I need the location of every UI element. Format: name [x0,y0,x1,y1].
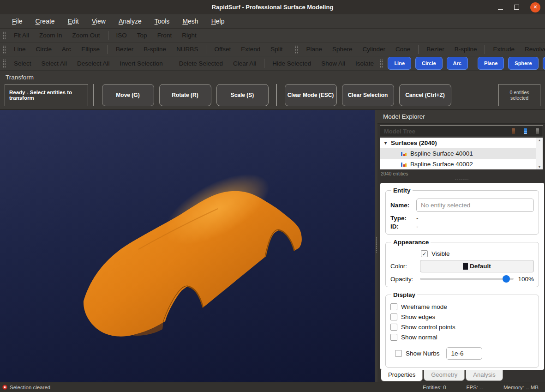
properties-page: Entity Name: Type: - ID: - Appearance ✓ [380,183,544,370]
scroll-up-icon[interactable]: ▲ [538,138,541,143]
dock-close-icon[interactable] [536,128,539,134]
color-swatch [463,263,468,270]
fit-all-button[interactable]: Fit All [9,30,34,41]
viewport-3d[interactable] [0,110,375,382]
cone-tool-button[interactable]: Cone [390,43,415,55]
scroll-down-icon[interactable]: ▼ [538,164,541,169]
panel-splitter[interactable] [375,110,377,382]
opacity-slider[interactable] [420,275,514,283]
offset-tool-button[interactable]: Offset [209,43,236,55]
quick-arc-button[interactable]: Arc [447,57,468,70]
menu-edit[interactable]: Edit [61,15,85,27]
id-value: - [416,223,419,230]
top-view-button[interactable]: Top [132,30,152,41]
menu-view[interactable]: View [85,15,112,27]
visible-checkbox[interactable]: ✓ [421,250,428,257]
sphere-tool-button[interactable]: Sphere [327,43,358,55]
show-normal-checkbox[interactable] [390,334,397,341]
chevron-down-icon[interactable]: ▾ [384,140,387,145]
toolbar-separator [108,45,108,54]
zoom-out-button[interactable]: Zoom Out [67,30,105,41]
tab-properties[interactable]: Properties [381,370,423,381]
nurbs-tool-button[interactable]: NURBS [171,43,203,55]
bezier-surface-button[interactable]: Bezier [421,43,449,55]
dock-maximize-icon[interactable] [524,128,527,134]
menu-create[interactable]: Create [29,15,61,27]
type-label: Type: [390,215,416,222]
clear-selection-button[interactable]: Clear Selection [342,84,394,106]
maximize-button[interactable] [514,3,519,12]
bezier-tool-button[interactable]: Bezier [111,43,138,55]
deselect-all-button[interactable]: Deselect All [72,58,115,69]
bspline-surface-button[interactable]: B-spline [449,43,482,55]
front-view-button[interactable]: Front [152,30,177,41]
slider-handle[interactable] [503,275,510,283]
show-control-points-checkbox[interactable] [390,324,397,331]
iso-view-button[interactable]: ISO [111,30,132,41]
nurbs-tolerance-input[interactable] [446,347,482,360]
show-edges-checkbox[interactable] [390,314,397,320]
toolbar-grip-icon[interactable] [3,59,6,68]
scale-button[interactable]: Scale (S) [216,84,269,106]
quick-cylinder-button[interactable]: Cylinder [543,57,545,70]
menu-analyze[interactable]: Analyze [112,15,148,27]
menu-mesh[interactable]: Mesh [176,15,204,27]
slider-groove [420,278,514,280]
toolbar-grip-icon[interactable] [295,45,298,54]
right-view-button[interactable]: Right [177,30,202,41]
line-tool-button[interactable]: Line [9,43,31,55]
delete-selected-button[interactable]: Delete Selected [174,58,228,69]
clear-mode-button[interactable]: Clear Mode (ESC) [285,84,337,106]
move-button[interactable]: Move (G) [102,84,154,106]
close-button[interactable]: ✕ [530,2,540,12]
quick-line-button[interactable]: Line [388,57,411,70]
wireframe-checkbox[interactable] [390,303,397,310]
show-nurbs-checkbox[interactable] [395,350,402,357]
tree-item-surface-40002[interactable]: Bspline Surface 40002 [380,159,536,169]
clear-all-button[interactable]: Clear All [228,58,261,69]
tab-geometry[interactable]: Geometry [424,370,465,381]
hide-selected-button[interactable]: Hide Selected [267,58,316,69]
toolbar-grip-icon[interactable] [380,59,383,68]
show-all-button[interactable]: Show All [316,58,350,69]
circle-tool-button[interactable]: Circle [31,43,57,55]
isolate-button[interactable]: Isolate [350,58,379,69]
invert-selection-button[interactable]: Invert Selection [115,58,168,69]
select-button[interactable]: Select [9,58,36,69]
split-tool-button[interactable]: Split [265,43,287,55]
quick-circle-button[interactable]: Circle [415,57,443,70]
select-all-button[interactable]: Select All [36,58,72,69]
tree-group-surfaces[interactable]: ▾ Surfaces (2040) [380,138,536,148]
quick-sphere-button[interactable]: Sphere [508,57,538,70]
model-tree-titlebar: Model Tree [380,125,543,137]
menu-help[interactable]: Help [205,15,231,27]
toolbar-grip-icon[interactable] [3,45,6,54]
transform-separator [276,84,277,106]
revolve-button[interactable]: Revolve [520,43,545,55]
toolbar-grip-icon[interactable] [3,31,6,40]
color-button[interactable]: Default [420,260,534,272]
tree-props-splitter[interactable] [377,178,545,182]
zoom-in-button[interactable]: Zoom In [34,30,67,41]
appearance-group-title: Appearance [391,239,431,246]
entity-name-input[interactable] [416,199,534,212]
model-explorer-panel: Model Explorer Model Tree ▾ Surfaces (20… [377,110,545,382]
tree-item-surface-40001[interactable]: Bspline Surface 40001 [380,148,536,159]
arc-tool-button[interactable]: Arc [57,43,76,55]
menu-tools[interactable]: Tools [148,15,176,27]
plane-tool-button[interactable]: Plane [301,43,327,55]
rotate-button[interactable]: Rotate (R) [159,84,211,106]
minimize-button[interactable] [498,3,503,12]
cancel-button[interactable]: Cancel (Ctrl+Z) [399,84,451,106]
extend-tool-button[interactable]: Extend [236,43,265,55]
dock-float-icon[interactable] [512,128,515,134]
transform-separator [93,84,94,106]
tree-scrollbar[interactable]: ▲ ▼ [536,138,543,169]
quick-plane-button[interactable]: Plane [478,57,504,70]
menu-file[interactable]: File [6,15,29,27]
cylinder-tool-button[interactable]: Cylinder [358,43,391,55]
tab-analysis[interactable]: Analysis [466,370,503,381]
extrude-button[interactable]: Extrude [488,43,520,55]
ellipse-tool-button[interactable]: Ellipse [76,43,105,55]
bspline-tool-button[interactable]: B-spline [138,43,171,55]
